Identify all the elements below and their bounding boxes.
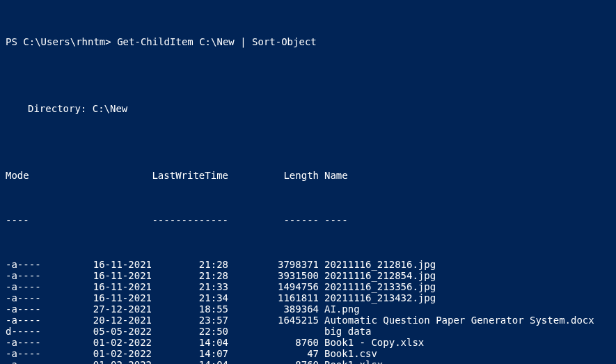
cell-time: 14:07 <box>152 348 228 359</box>
cell-name: AI.png <box>319 303 616 315</box>
cell-name: 20211116_212816.jpg <box>319 259 616 270</box>
cell-length: 1161811 <box>228 292 319 303</box>
terminal[interactable]: PS C:\Users\rhntm> Get-ChildItem C:\New … <box>0 0 616 364</box>
cell-name: 20211116_212854.jpg <box>319 270 616 281</box>
prompt-prefix: PS <box>6 36 23 47</box>
prompt-path: C:\Users\rhntm <box>23 36 105 47</box>
cell-length: 389364 <box>228 303 319 315</box>
cell-date: 16-11-2021 <box>54 259 152 270</box>
cell-time: 21:28 <box>152 259 228 270</box>
header-name: Name <box>319 170 616 181</box>
cell-mode: -a---- <box>6 315 54 326</box>
cell-time: 21:34 <box>152 292 228 303</box>
table-row: -a----01-02-202214:048760Book1 - Copy.xl… <box>6 337 616 348</box>
table-row: -a----16-11-202121:28379837120211116_212… <box>6 259 616 270</box>
directory-label: Directory: <box>28 103 93 114</box>
cell-date: 16-11-2021 <box>54 281 152 292</box>
dash-lastwrite-spacer <box>54 214 152 225</box>
header-length: Length <box>228 170 319 181</box>
cell-date: 16-11-2021 <box>54 292 152 303</box>
cell-length: 8760 <box>228 337 319 348</box>
directory-path: C:\New <box>93 103 128 114</box>
cell-name: Automatic Question Paper Generator Syste… <box>319 315 616 326</box>
table-row: -a----16-11-202121:34116181120211116_213… <box>6 292 616 303</box>
cell-length: 8760 <box>228 359 319 364</box>
table-header: Mode LastWriteTime Length Name <box>6 170 616 181</box>
header-lastwrite: LastWriteTime <box>152 170 228 181</box>
dash-mode: ---- <box>6 214 54 225</box>
cell-time: 21:28 <box>152 270 228 281</box>
cell-date: 16-11-2021 <box>54 270 152 281</box>
cell-date: 01-02-2022 <box>54 348 152 359</box>
cell-date: 05-05-2022 <box>54 326 152 337</box>
cell-name: Book1.csv <box>319 348 616 359</box>
dash-name: ---- <box>319 214 616 225</box>
cell-length: 3798371 <box>228 259 319 270</box>
table-row: d-----05-05-202222:50big data <box>6 326 616 337</box>
cell-mode: -a---- <box>6 359 54 364</box>
table-row: -a----16-11-202121:28393150020211116_212… <box>6 270 616 281</box>
table-row: -a----01-02-202214:0747Book1.csv <box>6 348 616 359</box>
header-mode: Mode <box>6 170 54 181</box>
cell-time: 22:50 <box>152 326 228 337</box>
cell-date: 20-12-2021 <box>54 315 152 326</box>
table-row: -a----16-11-202121:33149475620211116_213… <box>6 281 616 292</box>
table-row: -a----20-12-202123:571645215Automatic Qu… <box>6 315 616 326</box>
header-lastwrite-spacer <box>54 170 152 181</box>
prompt-command: Get-ChildItem C:\New | Sort-Object <box>117 36 317 47</box>
table-row: -a----27-12-202118:55389364AI.png <box>6 303 616 315</box>
cell-mode: -a---- <box>6 337 54 348</box>
cell-time: 14:04 <box>152 359 228 364</box>
dash-lastwrite: ------------- <box>152 214 228 225</box>
cell-mode: -a---- <box>6 292 54 303</box>
cell-mode: -a---- <box>6 281 54 292</box>
dash-length: ------ <box>228 214 319 225</box>
cell-name: big data <box>319 326 616 337</box>
table-dashes: ---- ------------- ------ ---- <box>6 214 616 225</box>
prompt-line: PS C:\Users\rhntm> Get-ChildItem C:\New … <box>6 36 616 47</box>
cell-time: 21:33 <box>152 281 228 292</box>
directory-line: Directory: C:\New <box>6 103 616 114</box>
cell-date: 01-02-2022 <box>54 359 152 364</box>
cell-mode: -a---- <box>6 303 54 315</box>
cell-mode: -a---- <box>6 270 54 281</box>
cell-length: 1494756 <box>228 281 319 292</box>
cell-date: 01-02-2022 <box>54 337 152 348</box>
cell-time: 18:55 <box>152 303 228 315</box>
cell-length: 3931500 <box>228 270 319 281</box>
cell-length: 1645215 <box>228 315 319 326</box>
table-body: -a----16-11-202121:28379837120211116_212… <box>6 259 616 364</box>
cell-name: 20211116_213432.jpg <box>319 292 616 303</box>
cell-name: 20211116_213356.jpg <box>319 281 616 292</box>
prompt-symbol: > <box>105 36 117 47</box>
cell-mode: -a---- <box>6 259 54 270</box>
cell-time: 23:57 <box>152 315 228 326</box>
table-row: -a----01-02-202214:048760Book1.xlsx <box>6 359 616 364</box>
cell-length <box>228 326 319 337</box>
cell-mode: -a---- <box>6 348 54 359</box>
cell-mode: d----- <box>6 326 54 337</box>
cell-date: 27-12-2021 <box>54 303 152 315</box>
cell-name: Book1.xlsx <box>319 359 616 364</box>
cell-time: 14:04 <box>152 337 228 348</box>
cell-name: Book1 - Copy.xlsx <box>319 337 616 348</box>
cell-length: 47 <box>228 348 319 359</box>
